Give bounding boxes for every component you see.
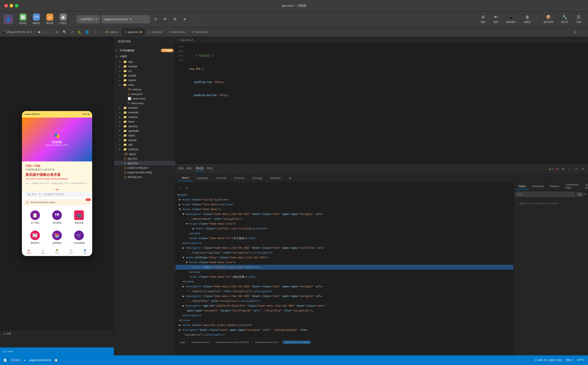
- clear-cache-button[interactable]: 🗑 清缓存: [520, 14, 534, 25]
- xml-node-nav-gzh[interactable]: ▶ <navigator hover-class="none" open-typ…: [176, 328, 513, 332]
- tab-styles[interactable]: Styles: [515, 183, 529, 190]
- xml-node-news-box[interactable]: ▶ <view class="news-box plane-shadow">…<…: [176, 323, 513, 328]
- tab-component-data[interactable]: Component Data: [562, 182, 582, 191]
- tab-network[interactable]: Network: [267, 175, 284, 181]
- tab-ysign[interactable]: JS ysign.js: [102, 28, 121, 36]
- editor-button[interactable]: </> 编辑器: [30, 12, 43, 26]
- real-debug-button[interactable]: 📱 真机调试: [503, 13, 519, 25]
- file-news-wxml[interactable]: ⬜ news.wxml: [114, 96, 175, 101]
- folder-newslist[interactable]: ▸ 📁 newslist: [114, 105, 175, 110]
- page-path-value[interactable]: pages/home/home: [29, 359, 51, 362]
- breadcrumb-home-menu[interactable]: view.home-menu: [190, 340, 211, 344]
- folder-ticket[interactable]: ▸ 📁 ticket: [114, 119, 175, 124]
- filter-button[interactable]: ≋: [181, 15, 188, 23]
- menu-item-5[interactable]: 🛒 纪念品商城: [68, 228, 90, 247]
- xml-node-home-menu[interactable]: ▼ <view class="home-menu">: [176, 207, 513, 212]
- open-editors-section[interactable]: ▸ 打开的编辑器 1个未保存: [114, 47, 175, 54]
- folder-wxparse[interactable]: ▸ 📁 wxParse: [114, 147, 175, 152]
- folder-marklist[interactable]: ▸ 📁 marklist: [114, 64, 175, 69]
- file-project-private-config[interactable]: {} project.private.config...: [114, 170, 175, 175]
- xml-node-top-bg[interactable]: ▶ <view class="top-bg">…</view>: [176, 197, 513, 202]
- breadcrumb-page[interactable]: page: [178, 340, 187, 344]
- preview-button[interactable]: 👁 预览: [490, 14, 502, 25]
- inspect-icon[interactable]: ⊹: [177, 185, 183, 190]
- xml-node-home-menu-tit-1[interactable]: <view class="home-menu-tit">关于展会</view>: [176, 236, 513, 241]
- xml-node-text-video[interactable]: <text class="iconfont icon-video">…</tex…: [176, 265, 513, 270]
- xml-node-nav-006[interactable]: ▶ <navigator app-id="wx9254c5fc56a2c57a"…: [176, 303, 513, 308]
- file-sitemap-json[interactable]: {} sitemap.json: [114, 175, 175, 179]
- editor-layout-icon[interactable]: ⊞: [54, 28, 61, 35]
- xml-node-line-menu[interactable]: ▶ <view class="line-menu">…</view>: [176, 202, 513, 207]
- menu-item-0[interactable]: 📋 关于展会: [24, 208, 46, 227]
- version-button[interactable]: 📦 版本管理: [540, 13, 557, 25]
- xml-node-text-training[interactable]: ▶ <text class="iconfont icon-training">……: [176, 226, 513, 231]
- file-app-wxss[interactable]: S app.wxss: [114, 161, 175, 165]
- test-button[interactable]: 🔧 测试号: [558, 13, 572, 25]
- folder-myedit[interactable]: ▸ 📁 myedit: [114, 73, 175, 78]
- file-news-json[interactable]: {} news.json: [114, 92, 175, 96]
- file-tree-menu-icon[interactable]: ⋯: [169, 40, 172, 43]
- minimize-button[interactable]: [10, 4, 13, 7]
- refresh-xml-icon[interactable]: ↻: [184, 185, 189, 190]
- breadcrumb-hmt-003[interactable]: view.home-menu-item.hmt-003: [214, 340, 251, 344]
- phone-banner-image[interactable]: 🎭 STAGE Design Exhibition 2021: [22, 118, 92, 161]
- back-icon[interactable]: ◁: [42, 30, 44, 34]
- tab-dataset[interactable]: Dataset: [547, 183, 562, 190]
- mode-select[interactable]: 小程序模式 ▾: [77, 15, 100, 23]
- collapse-icon[interactable]: ∧: [574, 166, 579, 172]
- mini-program-section[interactable]: ▾ 小程序: [114, 54, 175, 59]
- file-news-js[interactable]: JS news.js: [114, 87, 175, 92]
- settings-icon[interactable]: ⚙: [560, 166, 566, 172]
- tab-problems[interactable]: 问题: [178, 167, 184, 171]
- search-icon[interactable]: 🔍: [61, 28, 68, 35]
- tab-about-wxss[interactable]: S about.wxss: [166, 28, 188, 36]
- tab-terminal[interactable]: 终端: [207, 167, 213, 171]
- file-app-json[interactable]: {} app.json: [114, 156, 175, 161]
- phone-search-bar[interactable]: 🔍 查询 · 拼：宋文格格宁宁500年: [24, 191, 90, 197]
- screen-icon[interactable]: ⬛: [46, 30, 49, 34]
- phone-highlight-item[interactable]: 📋 text.iconfont.icon-video 32×: [24, 199, 90, 205]
- xml-node-home-menu-icon-1[interactable]: ▼ <view class="home-menu-icon">: [176, 221, 513, 226]
- tab-computed[interactable]: Computed: [529, 183, 547, 190]
- debug-button[interactable]: ⇄ 调试器: [43, 12, 56, 26]
- tab-storage[interactable]: Storage: [249, 175, 266, 181]
- file-app-js[interactable]: JS app.js: [114, 152, 175, 156]
- tab-scope-data[interactable]: Scope Data: [582, 182, 588, 191]
- styles-filter-input[interactable]: [515, 192, 575, 197]
- menu-item-1[interactable]: 🗺 展位图览: [46, 208, 68, 227]
- device-selector[interactable]: iPhone 6/7/8 74% 16: [7, 31, 29, 33]
- more-tabs-icon[interactable]: ⋯: [579, 28, 586, 35]
- details-button[interactable]: ☰ 详情: [573, 13, 584, 25]
- maximize-button[interactable]: [15, 4, 18, 7]
- close-devtools-icon[interactable]: ✕: [580, 166, 585, 172]
- folder-vipclass[interactable]: ▸ 📁 vipclass: [114, 124, 175, 128]
- xml-node-view-003[interactable]: ▼ <view bindtap="ding" class="home-menu-…: [176, 255, 513, 260]
- eye-button[interactable]: 👁: [161, 15, 169, 23]
- path-select[interactable]: pages/home/home ▾: [102, 15, 150, 23]
- folder-my[interactable]: ▸ 📁 my: [114, 69, 175, 73]
- split-editor-icon[interactable]: ⊟: [571, 28, 578, 35]
- close-button[interactable]: [4, 4, 8, 7]
- folder-myinfo[interactable]: ▸ 📁 myinfo: [114, 78, 175, 83]
- nav-mine[interactable]: 👤 我的: [78, 249, 92, 255]
- menu-item-3[interactable]: 📰 最新资讯: [24, 228, 46, 247]
- simulator-button[interactable]: ⬜ 模拟器: [17, 12, 29, 26]
- file-news-wxss[interactable]: S news.wxss: [114, 101, 175, 105]
- record-icon[interactable]: ⏺: [37, 30, 41, 34]
- globe-icon[interactable]: 🌐: [83, 28, 90, 35]
- file-project-config[interactable]: {} project.config.json: [114, 165, 175, 170]
- xml-node-home-menu-tit-3[interactable]: <view class="home-menu-tit">展会直播</view>: [176, 274, 513, 279]
- more-icon[interactable]: ⋯: [91, 28, 98, 35]
- xml-node-nav-002[interactable]: ▶ <navigator class="home-menu-item hmt-0…: [176, 246, 513, 250]
- folder-utils[interactable]: ▸ 📁 utils: [114, 142, 175, 147]
- editor-content[interactable]: 479 480 481 482 /* 暂无数据 */ .msg-404 { pa…: [176, 43, 588, 164]
- settings-gear-button[interactable]: ⚙: [171, 15, 179, 23]
- tab-sources[interactable]: Sources: [231, 175, 248, 181]
- folder-viplist[interactable]: ▸ 📁 viplist: [114, 133, 175, 138]
- breadcrumb-icon-video[interactable]: text.iconfont.icon-video: [283, 340, 311, 344]
- nav-exhibit[interactable]: ✅ 参展: [50, 249, 64, 255]
- visualize-button[interactable]: ▣ 可视化: [57, 12, 69, 26]
- menu-item-2[interactable]: 📹 展会直播: [68, 208, 90, 227]
- nav-view[interactable]: 🏛 观展: [36, 249, 50, 255]
- folder-logs[interactable]: ▸ 📁 logs: [114, 59, 175, 64]
